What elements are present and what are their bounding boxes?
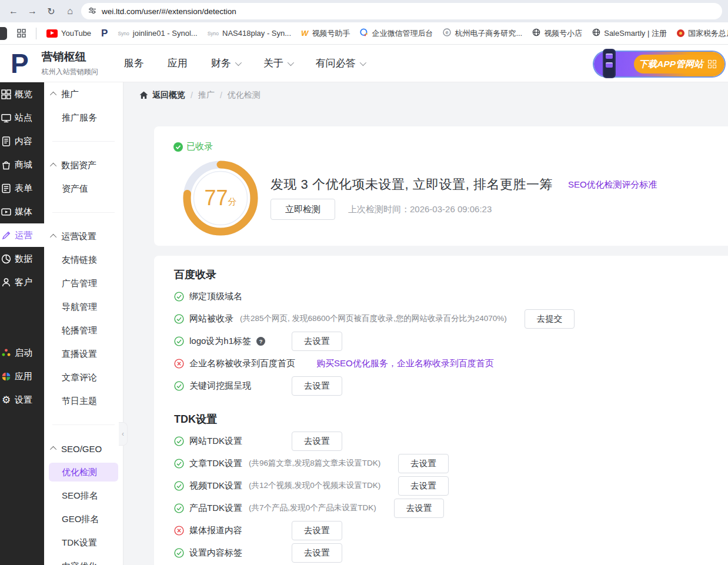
submenu-divider bbox=[52, 141, 115, 142]
primary-sidebar: 概览 站点 内容 商城 表单 媒体 运营 数据 客户 启动 bbox=[0, 82, 44, 565]
breadcrumb-promotion[interactable]: 推广 bbox=[198, 90, 215, 101]
chevron-up-icon bbox=[50, 446, 56, 453]
sidebar-item-mall[interactable]: 商城 bbox=[0, 153, 44, 176]
submenu-item-promotion-services[interactable]: 推广服务 bbox=[44, 106, 123, 129]
score-value: 77 分 bbox=[179, 157, 262, 239]
bookmark-salesmartly[interactable]: SaleSmartly | 注册 bbox=[592, 28, 667, 39]
nav-about[interactable]: 关于 bbox=[263, 56, 292, 70]
sidebar-item-apps[interactable]: 应用 bbox=[0, 365, 44, 388]
submenu-item-content-optimization[interactable]: 内容优化 bbox=[44, 554, 123, 565]
submenu-item-seo-ranking[interactable]: SEO排名 bbox=[44, 484, 123, 507]
bookmark-divider bbox=[36, 28, 36, 39]
reload-icon[interactable]: ↻ bbox=[44, 4, 59, 19]
nav-finance[interactable]: 财务 bbox=[211, 56, 240, 70]
nav-faq[interactable]: 有问必答 bbox=[316, 56, 365, 70]
breadcrumb-detection[interactable]: 优化检测 bbox=[228, 90, 261, 101]
check-item-video-tdk: 视频TDK设置 (共12个视频,发现0个视频未设置TDK) 去设置 bbox=[174, 474, 728, 497]
detect-now-button[interactable]: 立即检测 bbox=[271, 199, 335, 220]
submenu-divider bbox=[52, 212, 115, 213]
sidebar-item-settings[interactable]: ⚙ 设置 bbox=[0, 388, 44, 412]
group-data-assets[interactable]: 数据资产 bbox=[44, 153, 123, 177]
check-item-company-name-indexed: 企业名称被收录到百度首页 购买SEO优化服务，企业名称收录到百度首页 bbox=[174, 352, 728, 375]
help-icon[interactable]: ? bbox=[256, 337, 265, 346]
chevron-down-icon bbox=[287, 59, 293, 65]
submenu-item-friend-links[interactable]: 友情链接 bbox=[44, 248, 123, 272]
setup-button[interactable]: 去设置 bbox=[292, 376, 342, 396]
check-pass-icon bbox=[174, 481, 184, 491]
submit-button[interactable]: 去提交 bbox=[525, 309, 575, 329]
sidebar-item-operations[interactable]: 运营 bbox=[0, 223, 44, 247]
e-circle-icon: e bbox=[443, 28, 451, 38]
pinned-favicon[interactable] bbox=[0, 27, 7, 40]
submenu-item-optimization-detection[interactable]: 优化检测 bbox=[49, 463, 118, 482]
setup-button[interactable]: 去设置 bbox=[292, 332, 342, 351]
bookmark-channels-assistant[interactable]: W 视频号助手 bbox=[301, 28, 350, 39]
svg-text:e: e bbox=[446, 29, 449, 35]
sidebar-item-site[interactable]: 站点 bbox=[0, 106, 44, 129]
bookmark-youtube[interactable]: YouTube bbox=[46, 29, 91, 38]
sidebar-item-form[interactable]: 表单 bbox=[0, 176, 44, 200]
submenu-item-article-comments[interactable]: 文章评论 bbox=[44, 366, 123, 389]
bookmark-tax-bureau[interactable]: 国家税务总局浙江 bbox=[677, 28, 728, 39]
forward-icon[interactable]: → bbox=[25, 4, 40, 19]
sidebar-item-launch[interactable]: 启动 bbox=[0, 341, 44, 365]
submenu-item-asset-value[interactable]: 资产值 bbox=[44, 177, 123, 200]
download-app-button[interactable]: 下载APP管网站 bbox=[594, 52, 724, 76]
bookmark-nas418play[interactable]: Syno NAS418play - Syn... bbox=[208, 29, 291, 38]
sidebar-item-customers[interactable]: 客户 bbox=[0, 270, 44, 294]
globe-icon bbox=[592, 28, 600, 38]
bookmark-hz-ecommerce[interactable]: e 杭州电子商务研究... bbox=[443, 28, 522, 39]
url-bar[interactable]: wei.ltd.com/user/#/extension/detection bbox=[81, 3, 722, 19]
sidebar-spacer bbox=[0, 294, 44, 341]
sidebar-item-media[interactable]: 媒体 bbox=[0, 200, 44, 223]
bookmark-channels-shop[interactable]: 视频号小店 bbox=[532, 28, 582, 39]
setup-button[interactable]: 去设置 bbox=[292, 432, 342, 451]
submenu-item-carousel-management[interactable]: 轮播管理 bbox=[44, 319, 123, 342]
setup-button[interactable]: 去设置 bbox=[292, 521, 342, 540]
check-item-keyword-mining: 关键词挖掘呈现 去设置 bbox=[174, 375, 728, 397]
group-seo-geo[interactable]: SEO/GEO bbox=[44, 437, 123, 460]
check-item-media-coverage: 媒体报道内容 去设置 bbox=[174, 519, 728, 541]
indexed-status-badge: 已收录 bbox=[173, 141, 213, 152]
bookmark-wecom-admin[interactable]: 企业微信管理后台 bbox=[360, 28, 433, 39]
chevron-up-icon bbox=[50, 92, 56, 98]
sidebar-item-data[interactable]: 数据 bbox=[0, 247, 44, 270]
sidebar-item-overview[interactable]: 概览 bbox=[0, 82, 44, 106]
app-header: P 营销枢纽 杭州入站营销顾问 服务 应用 财务 关于 有问必答 下载APP管网… bbox=[0, 45, 728, 82]
submenu-item-live-settings[interactable]: 直播设置 bbox=[44, 342, 123, 366]
section-title-tdk: TDK设置 bbox=[174, 412, 728, 426]
setup-button[interactable]: 去设置 bbox=[398, 476, 449, 496]
group-operations-settings[interactable]: 运营设置 bbox=[44, 225, 123, 248]
brand-logo[interactable]: P bbox=[11, 46, 29, 81]
nav-apps[interactable]: 应用 bbox=[168, 56, 188, 70]
breadcrumb-home[interactable]: 返回概览 bbox=[139, 90, 185, 101]
bookmark-p[interactable]: P bbox=[101, 28, 108, 39]
check-fail-icon bbox=[174, 359, 184, 369]
buy-seo-service-link[interactable]: 购买SEO优化服务，企业名称收录到百度首页 bbox=[316, 358, 494, 369]
sidebar-item-content[interactable]: 内容 bbox=[0, 129, 44, 153]
apps-grid-icon[interactable] bbox=[17, 29, 26, 38]
globe-icon bbox=[532, 28, 540, 38]
download-app-label-pill[interactable]: 下载APP管网站 bbox=[634, 55, 722, 73]
site-settings-icon[interactable] bbox=[88, 6, 96, 16]
submenu-item-tdk-settings[interactable]: TDK设置 bbox=[44, 531, 123, 554]
back-icon[interactable]: ← bbox=[6, 4, 21, 19]
setup-button[interactable]: 去设置 bbox=[394, 499, 445, 518]
detection-headline: 发现 3 个优化项未设置, 立即设置, 排名更胜一筹 bbox=[271, 176, 553, 193]
group-promotion[interactable]: 推广 bbox=[44, 82, 123, 106]
home-icon[interactable]: ⌂ bbox=[62, 4, 78, 19]
submenu-item-geo-ranking[interactable]: GEO排名 bbox=[44, 507, 123, 531]
submenu-item-nav-management[interactable]: 导航管理 bbox=[44, 295, 123, 319]
bookmark-joinline01[interactable]: Syno joinline01 - Synol... bbox=[118, 29, 197, 38]
chevron-down-icon bbox=[359, 59, 366, 65]
sidebar-collapse-handle[interactable]: ‹ bbox=[119, 422, 128, 446]
setup-button[interactable]: 去设置 bbox=[398, 454, 449, 473]
submenu-item-ad-management[interactable]: 广告管理 bbox=[44, 272, 123, 295]
nav-services[interactable]: 服务 bbox=[124, 56, 144, 70]
setup-button[interactable]: 去设置 bbox=[292, 543, 342, 563]
screen: ← → ↻ ⌂ wei.ltd.com/user/#/extension/det… bbox=[0, 0, 728, 565]
check-item-article-tdk: 文章TDK设置 (共96篇文章,发现8篇文章未设置TDK) 去设置 bbox=[174, 452, 728, 474]
brand-title: 营销枢纽 bbox=[42, 49, 98, 65]
scoring-standard-link[interactable]: SEO优化检测评分标准 bbox=[568, 179, 657, 190]
submenu-item-holiday-theme[interactable]: 节日主题 bbox=[44, 389, 123, 413]
